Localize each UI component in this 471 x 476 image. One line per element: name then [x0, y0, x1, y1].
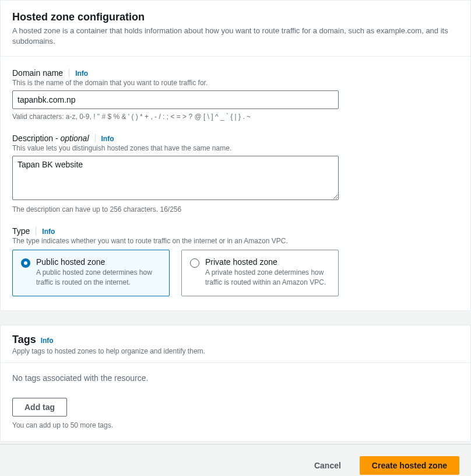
domain-name-constraint: Valid characters: a-z, 0-9, ! " # $ % & … [12, 113, 459, 121]
tags-header: Tags Info Apply tags to hosted zones to … [1, 326, 470, 362]
tags-empty-message: No tags associated with the resource. [12, 373, 459, 383]
domain-name-label: Domain name [12, 68, 63, 78]
description-constraint: The description can have up to 256 chara… [12, 205, 459, 214]
description-textarea[interactable] [12, 156, 339, 200]
tags-body: No tags associated with the resource. Ad… [1, 362, 470, 441]
hosted-zone-config-panel: Hosted zone configuration A hosted zone … [0, 0, 471, 311]
description-info-link[interactable]: Info [101, 135, 114, 143]
config-header: Hosted zone configuration A hosted zone … [1, 1, 470, 56]
config-body: Domain name Info This is the name of the… [1, 56, 470, 310]
config-title: Hosted zone configuration [12, 11, 459, 23]
domain-name-field-group: Domain name Info This is the name of the… [12, 68, 459, 121]
config-description: A hosted zone is a container that holds … [12, 26, 459, 47]
description-label-row: Description - optional Info [12, 134, 459, 143]
domain-name-input[interactable] [12, 90, 339, 109]
domain-name-hint: This is the name of the domain that you … [12, 79, 459, 87]
description-field-group: Description - optional Info This value l… [12, 134, 459, 214]
type-option-private-title: Private hosted zone [205, 257, 330, 267]
type-field-group: Type Info The type indicates whether you… [12, 226, 459, 296]
divider [69, 69, 69, 77]
tags-constraint: You can add up to 50 more tags. [12, 421, 459, 429]
tags-info-link[interactable]: Info [41, 337, 54, 345]
type-option-public-title: Public hosted zone [36, 257, 161, 267]
cancel-button[interactable]: Cancel [303, 456, 353, 475]
create-hosted-zone-button[interactable]: Create hosted zone [360, 456, 459, 475]
domain-name-label-row: Domain name Info [12, 68, 459, 78]
type-option-public-desc: A public hosted zone determines how traf… [36, 268, 161, 288]
footer-actions: Cancel Create hosted zone [0, 444, 471, 476]
domain-name-info-link[interactable]: Info [75, 69, 88, 78]
description-label: Description - optional [12, 134, 89, 143]
section-gap [0, 311, 471, 325]
type-label-row: Type Info [12, 226, 459, 236]
type-options: Public hosted zone A public hosted zone … [12, 250, 459, 296]
add-tag-button[interactable]: Add tag [12, 398, 67, 416]
type-info-link[interactable]: Info [42, 228, 55, 236]
radio-icon [21, 258, 30, 268]
tags-title: Tags [12, 334, 36, 346]
radio-icon [190, 258, 199, 268]
divider [95, 134, 96, 142]
type-hint: The type indicates whether you want to r… [12, 237, 459, 245]
tags-title-row: Tags Info [12, 334, 459, 346]
type-option-content: Public hosted zone A public hosted zone … [36, 257, 161, 288]
type-option-private-desc: A private hosted zone determines how tra… [205, 268, 330, 288]
tags-panel: Tags Info Apply tags to hosted zones to … [0, 325, 471, 442]
tags-hint: Apply tags to hosted zones to help organ… [12, 347, 459, 355]
type-option-content: Private hosted zone A private hosted zon… [205, 257, 330, 288]
description-optional: optional [60, 134, 89, 143]
type-label: Type [12, 226, 30, 236]
divider [36, 227, 36, 235]
description-hint: This value lets you distinguish hosted z… [12, 144, 459, 152]
type-option-public[interactable]: Public hosted zone A public hosted zone … [12, 250, 170, 296]
description-label-text: Description - [12, 134, 60, 143]
type-option-private[interactable]: Private hosted zone A private hosted zon… [181, 250, 339, 296]
